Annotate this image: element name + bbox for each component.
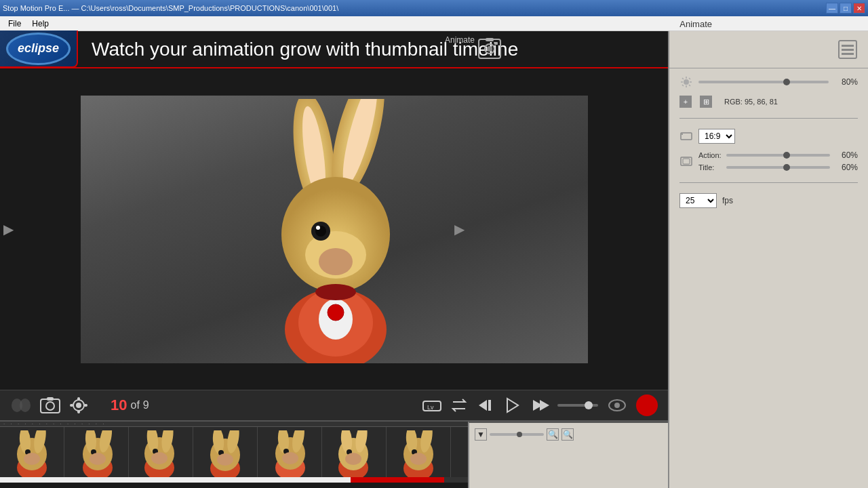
svg-rect-101 <box>842 45 854 47</box>
svg-point-57 <box>151 452 167 464</box>
right-controls: 80% + ⊞ RGB: 95, 86, 81 16:9 <box>669 68 868 215</box>
grid-icon[interactable]: ⊞ <box>700 96 712 108</box>
action-row: Action: 60% <box>698 150 858 160</box>
svg-point-51 <box>90 453 106 465</box>
svg-rect-28 <box>77 410 80 413</box>
svg-point-63 <box>217 453 233 466</box>
svg-point-14 <box>319 248 353 275</box>
header-banner: eclipse Watch your animation grow with t… <box>0 31 668 68</box>
timeline-frames[interactable] <box>0 427 468 483</box>
svg-point-114 <box>682 134 683 135</box>
swap-button[interactable] <box>450 396 468 414</box>
step-back-button[interactable] <box>476 396 495 415</box>
aspect-ratio-select[interactable]: 16:9 4:3 1:1 <box>698 129 735 144</box>
camera-icon[interactable] <box>477 38 502 62</box>
frame-of-label: of <box>130 399 139 411</box>
safe-zone-controls: Action: 60% Title: 60% <box>698 150 858 172</box>
thumb-8[interactable] <box>451 427 468 481</box>
brightness-icon <box>679 75 693 89</box>
bunny-figure <box>226 99 443 363</box>
svg-line-112 <box>682 85 684 86</box>
transport-bar: 10 of 9 Lv <box>0 390 668 420</box>
play-button[interactable] <box>503 396 522 415</box>
thumb-5[interactable] <box>258 427 322 481</box>
level-button[interactable]: Lv <box>422 396 442 415</box>
zoom-in-button[interactable]: 🔍 <box>561 428 574 441</box>
svg-rect-34 <box>488 400 491 411</box>
plus-icon[interactable]: + <box>679 96 692 108</box>
timeline-zoom-row: ▼ 🔍 🔍 <box>475 428 663 441</box>
thumb-6[interactable] <box>322 427 387 481</box>
thumb-1[interactable] <box>0 427 64 481</box>
record-button[interactable] <box>636 394 658 416</box>
svg-rect-24 <box>47 397 54 401</box>
svg-rect-116 <box>683 159 690 164</box>
svg-rect-102 <box>842 49 854 51</box>
svg-rect-29 <box>70 404 73 407</box>
settings-button[interactable] <box>68 396 89 415</box>
svg-point-21 <box>20 399 31 412</box>
separator-2 <box>679 182 858 183</box>
speed-slider[interactable] <box>557 404 598 407</box>
aspect-ratio-row: 16:9 4:3 1:1 <box>679 129 858 144</box>
title-row: Title: 60% <box>698 163 858 172</box>
svg-line-111 <box>689 78 690 79</box>
zoom-out-button[interactable]: 🔍 <box>547 428 559 441</box>
aspect-icon <box>679 129 693 143</box>
action-slider[interactable] <box>726 154 830 157</box>
menu-help[interactable]: Help <box>26 18 54 30</box>
title-slider[interactable] <box>726 166 830 169</box>
camera-button[interactable] <box>40 396 60 415</box>
title-label: Title: <box>698 163 722 171</box>
right-top-area: Animate <box>669 31 868 68</box>
timeline-area: · · · · · · · · · · · · · · · <box>0 420 668 488</box>
zoom-slider[interactable] <box>490 433 544 436</box>
svg-line-109 <box>682 78 684 79</box>
fps-select[interactable]: 25 24 30 <box>679 193 717 208</box>
svg-marker-37 <box>540 400 549 411</box>
right-nav-arrow[interactable]: ▶ <box>454 221 465 237</box>
eye-button[interactable] <box>606 396 628 415</box>
close-button[interactable]: ✕ <box>853 3 865 14</box>
svg-marker-33 <box>479 400 487 411</box>
settings-icon-right[interactable] <box>837 39 858 60</box>
brightness-value: 80% <box>834 77 858 87</box>
svg-point-13 <box>316 226 320 230</box>
menu-file[interactable]: File <box>3 18 26 30</box>
thumb-3[interactable] <box>129 427 193 481</box>
animate-header-label: Animate <box>445 35 475 45</box>
thumb-2[interactable] <box>64 427 129 481</box>
play-forward-button[interactable] <box>530 396 549 415</box>
svg-point-39 <box>614 403 620 408</box>
svg-point-69 <box>282 452 298 464</box>
frame-current: 10 <box>111 396 127 414</box>
fps-row: 25 24 30 fps <box>679 193 858 208</box>
title-bar-text: Stop Motion Pro E... — C:\Users\ross\Doc… <box>3 4 338 12</box>
svg-point-81 <box>410 453 427 465</box>
thumb-7[interactable] <box>387 427 451 481</box>
menu-bar: File Help <box>0 16 868 31</box>
svg-point-26 <box>76 403 81 408</box>
video-area: ▶ <box>0 68 668 390</box>
fps-label: fps <box>722 196 733 205</box>
eclipse-logo: eclipse <box>0 30 78 68</box>
svg-rect-1 <box>486 38 494 41</box>
minimize-button[interactable]: — <box>826 3 838 14</box>
left-nav-arrow[interactable]: ▶ <box>3 221 14 237</box>
frame-total: 9 <box>143 399 149 411</box>
svg-rect-27 <box>77 397 80 401</box>
svg-rect-30 <box>84 404 87 407</box>
maximize-button[interactable]: □ <box>840 3 852 14</box>
brightness-slider[interactable] <box>698 81 829 83</box>
svg-point-18 <box>328 304 344 321</box>
brightness-row: 80% <box>679 75 858 89</box>
svg-point-75 <box>345 453 361 465</box>
timeline-scroll: · · · · · · · · · · · · · · · <box>0 422 468 488</box>
timeline-progress <box>0 477 468 483</box>
speed-slider-area <box>557 404 598 407</box>
banner-text: Watch your animation grow with thumbnail… <box>78 39 668 60</box>
onion-skin-button[interactable] <box>10 396 32 415</box>
svg-point-19 <box>315 284 356 300</box>
timeline-dropdown-button[interactable]: ▼ <box>475 428 487 441</box>
thumb-4[interactable] <box>193 427 258 481</box>
